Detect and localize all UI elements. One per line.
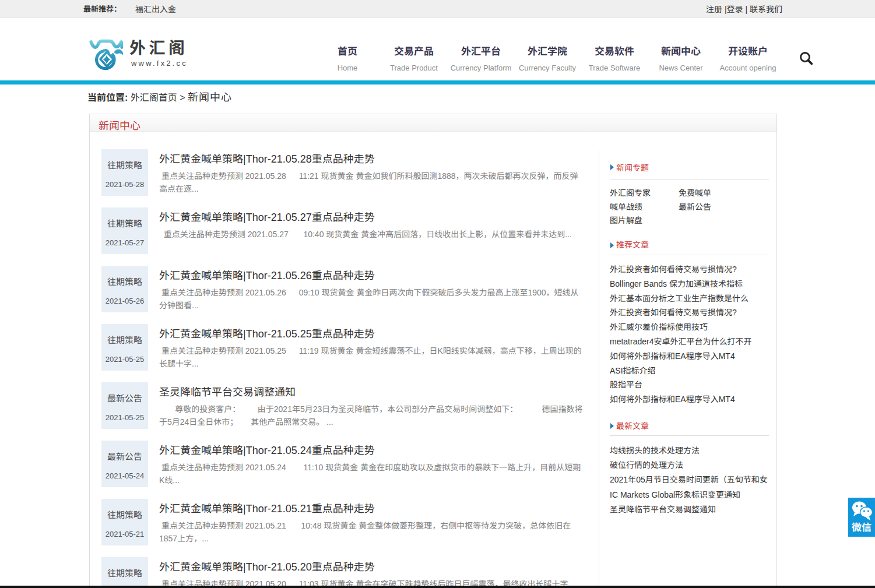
svg-text:微信: 微信 (852, 519, 872, 534)
